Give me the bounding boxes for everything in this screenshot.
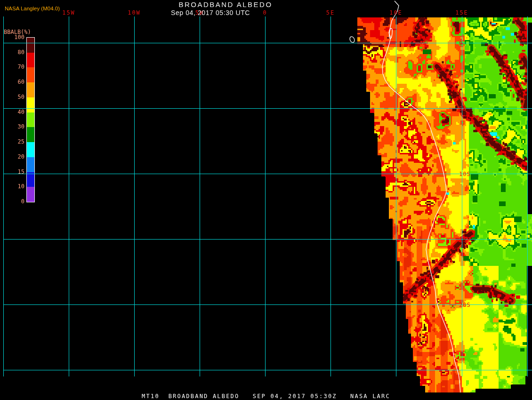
colorbar-segment-9 [27, 172, 34, 187]
colorbar-segment-5 [27, 112, 34, 128]
lat-label-5S: 5S [459, 105, 467, 112]
lon-gridline-0 [265, 16, 266, 376]
timestamp-subtitle: Sep 04, 2017 05:30 UTC [0, 9, 421, 16]
lat-gridline-5S [3, 108, 532, 109]
lon-label-15E: 15E [449, 9, 475, 16]
colorbar-segment-2 [27, 67, 34, 82]
lon-gridline-5E [330, 16, 331, 376]
colorbar-segment-6 [27, 127, 34, 142]
colorbar-label-100: 100 [3, 34, 24, 40]
albedo-map-viewer: NASA Langley (M04.0) BROADBAND ALBEDO Se… [0, 0, 532, 400]
colorbar-label-0: 0 [3, 198, 24, 205]
lon-gridline-15W [69, 16, 69, 376]
colorbar-label-60: 60 [3, 79, 24, 85]
lon-gridline-10W [134, 16, 135, 376]
lat-label-15S: 15S [459, 236, 471, 243]
lon-gridline-1120 [527, 16, 528, 376]
colorbar-label-25: 25 [3, 138, 24, 145]
albedo-data-swath [0, 0, 532, 400]
colorbar-label-80: 80 [3, 49, 24, 56]
colorbar-segment-1 [27, 53, 34, 68]
colorbar-segment-3 [27, 82, 34, 97]
colorbar-label-40: 40 [3, 109, 24, 115]
lon-gridline-10E [396, 16, 396, 376]
colorbar [26, 37, 35, 202]
lat-label-20S: 20S [459, 302, 471, 308]
colorbar-label-10: 10 [3, 183, 24, 190]
lon-gridline-5W [200, 16, 200, 376]
lat-label-0: 0 [459, 40, 463, 47]
colorbar-segment-10 [27, 187, 34, 202]
lon-gridline-15E [462, 16, 462, 376]
page-title: BROADBAND ALBEDO [0, 0, 451, 8]
lat-gridline-0 [3, 43, 532, 43]
colorbar-segment-7 [27, 142, 34, 157]
lat-gridline-20S [3, 304, 532, 305]
colorbar-label-15: 15 [3, 168, 24, 175]
colorbar-segment-0 [27, 38, 34, 53]
colorbar-label-20: 20 [3, 153, 24, 160]
lat-gridline-786 [3, 370, 532, 370]
colorbar-label-70: 70 [3, 64, 24, 70]
footer-caption: MT10 BROADBAND ALBEDO SEP 04, 2017 05:30… [0, 393, 532, 400]
lat-gridline-10S [3, 174, 532, 174]
colorbar-segment-8 [27, 157, 34, 172]
lat-label-10S: 10S [459, 171, 471, 177]
colorbar-label-30: 30 [3, 123, 24, 130]
lat-gridline-15S [3, 239, 532, 240]
lon-gridline-7 [3, 16, 4, 376]
colorbar-segment-4 [27, 97, 34, 112]
colorbar-label-50: 50 [3, 94, 24, 100]
